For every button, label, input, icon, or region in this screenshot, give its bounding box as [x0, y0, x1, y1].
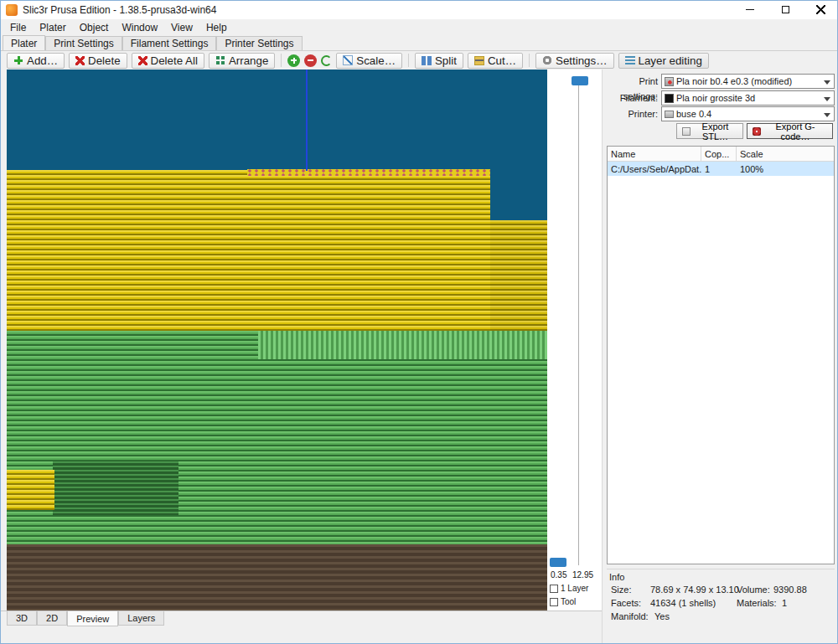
export-gcode-button[interactable]: Export G-code… [747, 123, 833, 139]
toolbar-separator [281, 54, 282, 67]
right-panel: Print settings: Pla noir b0.4 e0.3 (modi… [602, 70, 838, 644]
layer-editing-button[interactable]: Layer editing [618, 53, 709, 69]
arrange-icon [215, 55, 225, 65]
one-layer-checkbox[interactable] [550, 585, 558, 593]
scale-icon [343, 55, 353, 65]
export-stl-button[interactable]: Export STL… [676, 123, 743, 139]
model-green-top-ridges [258, 331, 547, 359]
table-row[interactable]: C:/Users/Seb/AppDat... 1 100% [608, 162, 834, 176]
rotate-45-button[interactable] [321, 55, 332, 66]
column-header-copies[interactable]: Cop... [701, 147, 737, 161]
info-title: Info [609, 572, 624, 582]
print-settings-icon [665, 77, 674, 86]
layer-high-value: 12.95 [572, 570, 593, 580]
menu-file[interactable]: File [3, 19, 33, 35]
view-tab-bar: 3D 2D Preview Layers [0, 611, 602, 627]
layer-editing-icon [625, 56, 635, 64]
menu-bar: File Plater Object Window View Help [0, 19, 838, 35]
arrange-button[interactable]: Arrange [209, 53, 275, 69]
column-header-name[interactable]: Name [608, 147, 701, 161]
minimize-button[interactable] [732, 0, 768, 19]
model-yellow-layers-right [490, 220, 547, 331]
one-layer-checkbox-row: 1 Layer [550, 584, 588, 593]
printer-label: Printer: [603, 106, 658, 121]
toolbar-separator [529, 54, 530, 67]
facets-label: Facets: [611, 598, 641, 608]
delete-icon [75, 56, 85, 65]
split-icon [422, 56, 432, 65]
maximize-button[interactable] [768, 0, 803, 19]
print-settings-value: Pla noir b0.4 e0.3 (modified) [676, 76, 792, 86]
tab-print-settings[interactable]: Print Settings [45, 36, 122, 50]
size-label: Size: [611, 585, 631, 595]
print-settings-select[interactable]: Pla noir b0.4 e0.3 (modified) [661, 74, 835, 89]
window-title: Slic3r Prusa Edition - 1.38.5-prusa3d-wi… [23, 4, 216, 16]
materials-value: 1 [782, 598, 787, 608]
menu-help[interactable]: Help [199, 19, 234, 35]
materials-label: Materials: [737, 598, 777, 608]
layer-slider-track[interactable] [578, 81, 579, 565]
close-button[interactable] [803, 0, 838, 19]
add-icon [13, 55, 23, 65]
title-bar: Slic3r Prusa Edition - 1.38.5-prusa3d-wi… [0, 0, 838, 19]
more-copies-button[interactable] [287, 54, 300, 67]
settings-button[interactable]: Settings… [535, 53, 614, 69]
tab-layers[interactable]: Layers [118, 611, 164, 626]
delete-all-button[interactable]: Delete All [132, 53, 204, 69]
fewer-copies-button[interactable] [304, 54, 317, 67]
tab-preview[interactable]: Preview [67, 611, 118, 626]
filament-color-swatch [665, 94, 674, 103]
model-yellow-small-part [7, 470, 54, 510]
layer-slider-panel: 0.35 12.95 1 Layer Tool [547, 70, 602, 611]
printer-icon [665, 111, 674, 118]
filament-select[interactable]: Pla noir grossite 3d [661, 90, 835, 106]
cut-icon [474, 56, 484, 65]
tab-printer-settings[interactable]: Printer Settings [216, 36, 302, 50]
layer-slider-low-handle[interactable] [550, 558, 566, 567]
tool-checkbox-row: Tool [550, 597, 576, 606]
tab-3d[interactable]: 3D [7, 611, 37, 626]
filament-value: Pla noir grossite 3d [676, 93, 755, 103]
export-stl-icon [682, 127, 691, 136]
manifold-value: Yes [654, 611, 670, 621]
menu-object[interactable]: Object [73, 19, 116, 35]
add-button[interactable]: Add… [7, 53, 65, 69]
menu-window[interactable]: Window [115, 19, 164, 35]
close-icon [816, 5, 825, 14]
toolbar-separator [408, 54, 409, 67]
tab-plater[interactable]: Plater [3, 35, 45, 50]
one-layer-label: 1 Layer [561, 584, 588, 593]
tool-checkbox[interactable] [550, 598, 558, 606]
printer-select[interactable]: buse 0.4 [661, 106, 835, 121]
facets-value: 41634 (1 shells) [650, 598, 716, 608]
cut-button[interactable]: Cut… [468, 53, 523, 69]
minimize-icon [746, 9, 754, 10]
tab-2d[interactable]: 2D [37, 611, 67, 626]
object-list-table: Name Cop... Scale C:/Users/Seb/AppDat...… [607, 146, 835, 564]
scale-button[interactable]: Scale… [336, 53, 402, 69]
column-header-scale[interactable]: Scale [737, 147, 834, 161]
menu-view[interactable]: View [164, 19, 199, 35]
volume-label: Volume: [737, 585, 770, 595]
delete-all-icon [138, 56, 147, 65]
plater-3d-preview[interactable] [7, 70, 547, 611]
cell-name: C:/Users/Seb/AppDat... [608, 162, 701, 176]
delete-button[interactable]: Delete [69, 53, 127, 69]
chevron-down-icon [824, 80, 830, 88]
model-green-shadow [53, 461, 178, 515]
chevron-down-icon [824, 97, 830, 105]
filament-label: Filament: [603, 90, 658, 106]
main-area: 0.35 12.95 1 Layer Tool Print settings: … [0, 70, 838, 644]
plater-toolbar: Add… Delete Delete All Arrange Scale… Sp… [0, 51, 838, 70]
print-bed-raft [7, 544, 547, 611]
tab-filament-settings[interactable]: Filament Settings [122, 36, 217, 50]
volume-value: 9390.88 [773, 585, 807, 595]
layer-slider-high-handle[interactable] [572, 76, 588, 85]
menu-plater[interactable]: Plater [33, 19, 72, 35]
settings-icon [542, 55, 552, 65]
model-yellow-layers [7, 170, 490, 331]
cell-copies: 1 [701, 162, 737, 176]
split-button[interactable]: Split [415, 53, 463, 69]
tool-label: Tool [561, 597, 576, 606]
info-separator [607, 569, 835, 569]
